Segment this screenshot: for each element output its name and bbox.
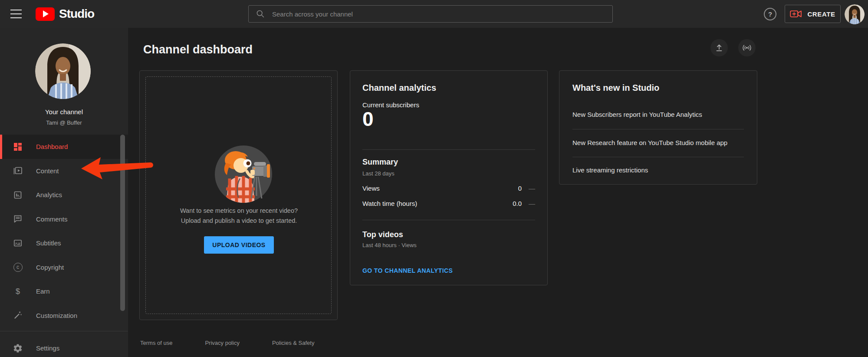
create-camera-icon [790,10,802,18]
sidebar-item-dashboard[interactable]: Dashboard [0,135,128,159]
sidebar-item-label: Content [36,167,59,175]
summary-period: Last 28 days [362,170,395,177]
upload-message-line1: Want to see metrics on your recent video… [140,206,338,216]
menu-line [10,13,22,14]
summary-title: Summary [362,158,398,167]
sidebar-item-analytics[interactable]: Analytics [0,183,128,207]
channel-avatar[interactable] [35,43,91,99]
channel-handle: Tami @ Buffer [0,119,128,126]
studio-logo[interactable]: Studio [36,7,94,21]
sidebar-item-label: Comments [36,215,68,223]
sidebar-menu: Dashboard Content [0,135,128,327]
search-box [248,5,613,23]
terms-of-use-link[interactable]: Terms of use [140,340,172,346]
sidebar-item-customization[interactable]: Customization [0,304,128,328]
sidebar-item-label: Dashboard [36,143,68,150]
sidebar-item-label: Settings [36,344,59,352]
divider [572,129,744,129]
metric-value: 0 [518,185,522,192]
content-icon [13,165,23,176]
divider [362,220,535,220]
page-title: Channel dashboard [143,43,253,56]
upload-card: Want to see metrics on your recent video… [139,70,338,320]
customization-wand-icon [13,310,23,321]
sidebar-item-label: Subtitles [36,239,61,247]
channel-avatar-image [35,43,91,99]
subtitles-icon [13,238,23,248]
copyright-icon: c [13,262,23,272]
top-videos-title: Top videos [362,230,403,239]
youtube-play-icon [36,7,55,21]
privacy-policy-link[interactable]: Privacy policy [205,340,239,346]
sidebar-item-subtitles[interactable]: Subtitles [0,231,128,255]
sidebar-item-content[interactable]: Content [0,159,128,183]
comments-icon [13,214,23,224]
videographer-illustration [213,144,274,205]
sidebar-item-settings[interactable]: Settings [0,336,128,357]
create-button[interactable]: CREATE [785,5,841,23]
trend-flat-icon: — [529,185,535,192]
youtube-studio-dashboard: Studio ? CREATE Your channel [0,0,868,357]
metric-row-views: Views 0 — [362,184,535,192]
sidebar-item-label: Customization [36,312,77,319]
dashboard-icon [13,142,23,152]
menu-line [10,10,22,10]
metric-value: 0.0 [513,200,522,207]
menu-icon[interactable] [10,8,23,20]
sidebar-item-copyright[interactable]: c Copyright [0,255,128,280]
divider [572,157,744,157]
sidebar-scrollbar[interactable] [120,135,125,311]
studio-wordmark: Studio [59,7,94,21]
sidebar: Your channel Tami @ Buffer Dashboard Con… [0,28,128,357]
whats-new-item[interactable]: New Subscribers report in YouTube Analyt… [572,111,744,118]
current-subscribers-value: 0 [362,107,374,131]
policies-safety-link[interactable]: Policies & Safety [272,340,315,346]
settings-gear-icon [13,343,23,354]
sidebar-divider [0,331,128,331]
metric-label: Views [362,185,380,192]
search-input[interactable] [272,10,607,18]
channel-name: Your channel [0,108,128,116]
upload-icon [714,43,724,53]
earn-dollar-icon: $ [13,286,23,297]
menu-line [10,17,22,18]
sidebar-item-label: Analytics [36,191,62,198]
divider [362,149,535,150]
upload-video-button[interactable] [710,39,728,56]
search-icon [256,9,265,19]
topbar: Studio ? CREATE [0,0,868,28]
analytics-icon [13,190,23,200]
whats-new-card: What's new in Studio New Subscribers rep… [559,70,757,185]
sidebar-item-label: Earn [36,288,50,295]
help-button[interactable]: ? [764,8,776,20]
main-content: Channel dashboard [128,28,868,357]
live-icon [741,43,753,53]
upload-message: Want to see metrics on your recent video… [140,206,338,226]
trend-flat-icon: — [529,200,535,207]
whats-new-item[interactable]: New Research feature on YouTube Studio m… [572,139,744,146]
whats-new-title: What's new in Studio [572,83,659,93]
sidebar-item-comments[interactable]: Comments [0,207,128,231]
account-avatar[interactable] [845,4,865,24]
metric-label: Watch time (hours) [362,200,417,207]
upload-message-line2: Upload and publish a video to get starte… [140,216,338,226]
top-videos-period: Last 48 hours · Views [362,242,417,248]
question-icon: ? [768,10,772,18]
sidebar-item-earn[interactable]: $ Earn [0,279,128,304]
metric-row-watch-time: Watch time (hours) 0.0 — [362,199,535,208]
footer-links: Terms of use Privacy policy Policies & S… [140,340,314,346]
create-button-label: CREATE [807,10,835,18]
go-live-button[interactable] [738,39,756,56]
channel-analytics-card: Channel analytics Current subscribers 0 … [350,70,548,285]
sidebar-item-label: Copyright [36,264,64,271]
analytics-title: Channel analytics [362,83,436,93]
account-avatar-image [845,4,865,24]
whats-new-item[interactable]: Live streaming restrictions [572,166,744,174]
go-to-analytics-link[interactable]: GO TO CHANNEL ANALYTICS [362,267,453,274]
upload-videos-button[interactable]: UPLOAD VIDEOS [204,236,274,254]
